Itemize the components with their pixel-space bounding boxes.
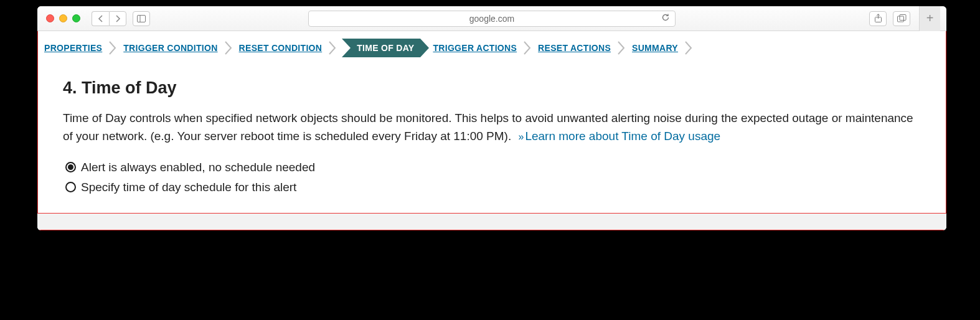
radio-specify-schedule[interactable]: Specify time of day schedule for this al… — [65, 181, 921, 194]
close-window-button[interactable] — [46, 14, 54, 22]
page-footer — [37, 214, 946, 230]
page-heading: 4. Time of Day — [63, 78, 921, 98]
address-bar-text: google.com — [469, 14, 514, 24]
learn-more-link[interactable]: Learn more about Time of Day usage — [525, 129, 720, 143]
minimize-window-button[interactable] — [59, 14, 67, 22]
chevron-right-icon — [224, 40, 233, 55]
page-description: Time of Day controls when specified netw… — [63, 109, 921, 146]
breadcrumb-summary[interactable]: SUMMARY — [629, 43, 681, 53]
nav-buttons — [92, 11, 126, 26]
share-button[interactable] — [869, 11, 887, 26]
radio-always-enabled[interactable]: Alert is always enabled, no schedule nee… — [65, 161, 921, 174]
browser-titlebar: google.com + — [37, 6, 946, 31]
svg-rect-0 — [138, 15, 146, 22]
wizard-breadcrumb: PROPERTIES TRIGGER CONDITION RESET CONDI… — [38, 31, 946, 61]
tabs-button[interactable] — [893, 11, 910, 26]
svg-rect-5 — [900, 15, 906, 21]
back-button[interactable] — [92, 11, 109, 26]
chevron-right-icon — [523, 40, 532, 55]
svg-rect-4 — [897, 16, 903, 22]
browser-window: google.com + PROPERTIES TRIGGER CONDITIO… — [37, 6, 946, 230]
breadcrumb-reset-condition[interactable]: RESET CONDITION — [237, 43, 325, 53]
new-tab-button[interactable]: + — [919, 6, 940, 31]
breadcrumb-reset-actions[interactable]: RESET ACTIONS — [535, 43, 613, 53]
sidebar-toggle-button[interactable] — [133, 11, 150, 26]
titlebar-right-buttons: + — [869, 6, 940, 31]
schedule-radio-group: Alert is always enabled, no schedule nee… — [63, 161, 921, 194]
breadcrumb-time-of-day-current: TIME OF DAY — [342, 39, 429, 57]
page-content: PROPERTIES TRIGGER CONDITION RESET CONDI… — [37, 31, 946, 230]
address-bar[interactable]: google.com — [308, 11, 676, 27]
radio-icon — [65, 182, 76, 192]
main-panel: 4. Time of Day Time of Day controls when… — [38, 61, 946, 207]
breadcrumb-properties[interactable]: PROPERTIES — [42, 43, 105, 53]
breadcrumb-trigger-condition[interactable]: TRIGGER CONDITION — [121, 43, 220, 53]
maximize-window-button[interactable] — [72, 14, 80, 22]
chevron-right-icon — [108, 40, 117, 55]
chevron-right-icon — [617, 40, 626, 55]
forward-button[interactable] — [109, 11, 126, 26]
reload-icon[interactable] — [661, 13, 670, 24]
description-text: Time of Day controls when specified netw… — [63, 111, 913, 143]
breadcrumb-current-label: TIME OF DAY — [351, 39, 420, 57]
chevron-right-icon — [684, 40, 693, 55]
radio-label: Alert is always enabled, no schedule nee… — [81, 161, 315, 174]
traffic-lights — [37, 14, 80, 22]
radio-icon — [65, 162, 76, 172]
chevron-right-icon — [328, 40, 337, 55]
radio-label: Specify time of day schedule for this al… — [81, 181, 296, 194]
breadcrumb-trigger-actions[interactable]: TRIGGER ACTIONS — [430, 43, 519, 53]
learn-more-prefix: » — [519, 131, 524, 142]
